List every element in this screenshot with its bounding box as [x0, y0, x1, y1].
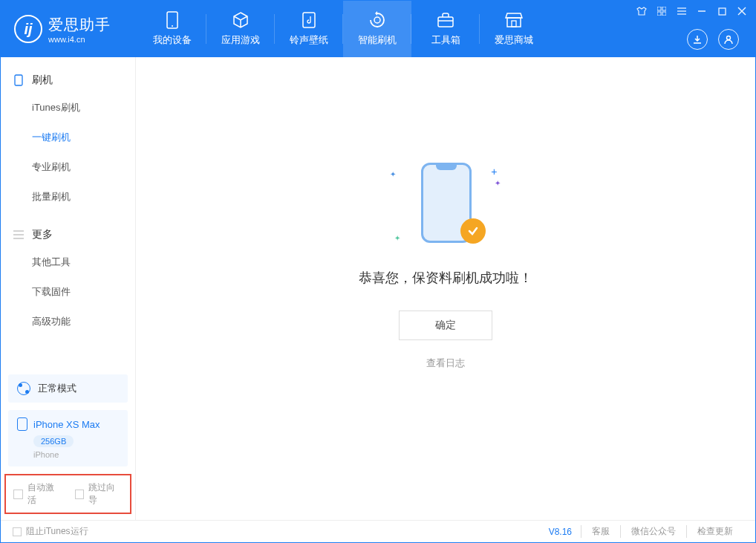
svg-rect-16 — [719, 8, 726, 15]
svg-rect-11 — [662, 12, 666, 16]
main-content: ✦ ✦ + ✦ 恭喜您，保资料刷机成功啦！ 确定 查看日志 — [136, 57, 755, 520]
checkbox-icon — [13, 490, 23, 499]
store-icon — [505, 11, 523, 29]
option-auto-activate[interactable]: 自动激活 — [13, 481, 62, 507]
sidebar-item-other-tools[interactable]: 其他工具 — [1, 247, 135, 277]
svg-rect-8 — [657, 7, 661, 10]
nav-tab-my-device[interactable]: 我的设备 — [138, 1, 206, 57]
option-label: 跳过向导 — [88, 481, 123, 507]
shirt-icon[interactable] — [636, 5, 648, 17]
mode-icon — [17, 382, 30, 395]
svg-rect-9 — [662, 7, 666, 10]
checkbox-icon — [13, 527, 22, 536]
sidebar-item-itunes-flash[interactable]: iTunes刷机 — [1, 93, 135, 123]
nav-tab-toolbox[interactable]: 工具箱 — [411, 1, 480, 57]
option-label: 自动激活 — [27, 481, 62, 507]
sidebar-item-pro-flash[interactable]: 专业刷机 — [1, 152, 135, 182]
download-icon[interactable] — [687, 29, 708, 50]
cube-icon — [232, 11, 250, 29]
nav-tab-ringtones[interactable]: 铃声壁纸 — [275, 1, 343, 57]
sidebar-section-flash: 刷机 — [1, 68, 135, 93]
options-highlighted: 自动激活 跳过向导 — [4, 474, 131, 514]
user-icon[interactable] — [718, 29, 739, 50]
sparkle-icon: + — [491, 166, 497, 178]
device-name: iPhone XS Max — [33, 419, 100, 430]
svg-point-3 — [374, 17, 380, 23]
toolbox-icon — [437, 11, 454, 29]
version-label: V8.16 — [549, 527, 572, 537]
logo-area: ij 爱思助手 www.i4.cn — [1, 15, 138, 44]
section-title: 刷机 — [32, 74, 53, 87]
grid-icon[interactable] — [656, 5, 668, 17]
close-button[interactable] — [736, 5, 748, 17]
mode-indicator[interactable]: 正常模式 — [8, 374, 128, 403]
sparkle-icon: ✦ — [394, 234, 400, 242]
block-itunes-option[interactable]: 阻止iTunes运行 — [13, 525, 88, 538]
nav-label: 智能刷机 — [358, 33, 397, 47]
success-illustration: ✦ ✦ + ✦ — [411, 163, 481, 248]
nav-tab-store[interactable]: 爱思商城 — [480, 1, 548, 57]
checkbox-icon — [75, 490, 85, 499]
nav-label: 爱思商城 — [495, 33, 533, 47]
mode-label: 正常模式 — [38, 382, 76, 395]
nav-tab-apps-games[interactable]: 应用游戏 — [206, 1, 275, 57]
phone-small-icon — [17, 417, 27, 431]
logo-icon: ij — [14, 15, 42, 43]
phone-icon — [13, 74, 25, 86]
device-type: iPhone — [33, 450, 119, 459]
sidebar-item-download-firmware[interactable]: 下载固件 — [1, 277, 135, 307]
view-log-link[interactable]: 查看日志 — [426, 357, 465, 370]
footer-link-support[interactable]: 客服 — [581, 525, 620, 538]
sparkle-icon: ✦ — [495, 179, 501, 187]
checkmark-badge-icon — [460, 218, 486, 244]
svg-rect-20 — [15, 75, 22, 85]
svg-rect-4 — [438, 17, 453, 27]
sidebar-item-batch-flash[interactable]: 批量刷机 — [1, 182, 135, 212]
sidebar-item-advanced[interactable]: 高级功能 — [1, 307, 135, 336]
section-title: 更多 — [32, 228, 53, 241]
option-skip-guide[interactable]: 跳过向导 — [75, 481, 123, 507]
nav-label: 工具箱 — [431, 33, 460, 47]
svg-rect-7 — [512, 21, 516, 27]
footer-link-check-update[interactable]: 检查更新 — [686, 525, 743, 538]
svg-rect-6 — [507, 18, 521, 27]
app-title: 爱思助手 — [48, 15, 111, 35]
device-icon — [163, 11, 181, 29]
refresh-icon — [368, 11, 386, 29]
maximize-button[interactable] — [716, 5, 728, 17]
nav-label: 我的设备 — [153, 33, 192, 47]
nav-label: 应用游戏 — [221, 33, 260, 47]
app-subtitle: www.i4.cn — [48, 35, 111, 44]
sidebar: 刷机 iTunes刷机 一键刷机 专业刷机 批量刷机 更多 其他工具 下载固件 … — [1, 57, 136, 520]
nav-label: 铃声壁纸 — [290, 33, 328, 47]
success-message: 恭喜您，保资料刷机成功啦！ — [359, 269, 532, 287]
window-controls — [636, 5, 748, 17]
device-storage-badge: 256GB — [33, 435, 74, 447]
svg-point-19 — [727, 36, 731, 40]
footer-link-wechat[interactable]: 微信公众号 — [620, 525, 686, 538]
block-itunes-label: 阻止iTunes运行 — [26, 525, 88, 538]
music-icon — [300, 11, 318, 29]
svg-point-1 — [172, 25, 173, 27]
sparkle-icon: ✦ — [390, 170, 396, 178]
sidebar-section-more: 更多 — [1, 222, 135, 247]
nav-tabs: 我的设备 应用游戏 铃声壁纸 智能刷机 工具箱 爱思商城 — [138, 1, 548, 57]
sidebar-item-oneclick-flash[interactable]: 一键刷机 — [1, 123, 135, 152]
app-header: ij 爱思助手 www.i4.cn 我的设备 应用游戏 铃声壁纸 智能刷机 工具… — [1, 1, 755, 57]
status-bar: 阻止iTunes运行 V8.16 客服 微信公众号 检查更新 — [1, 520, 755, 542]
svg-rect-10 — [657, 12, 661, 16]
ok-button[interactable]: 确定 — [399, 310, 492, 340]
nav-tab-smart-flash[interactable]: 智能刷机 — [343, 1, 411, 57]
device-panel[interactable]: iPhone XS Max 256GB iPhone — [8, 410, 128, 466]
menu-icon[interactable] — [676, 5, 688, 17]
list-icon — [13, 229, 25, 241]
minimize-button[interactable] — [696, 5, 708, 17]
header-action-icons — [687, 29, 739, 50]
